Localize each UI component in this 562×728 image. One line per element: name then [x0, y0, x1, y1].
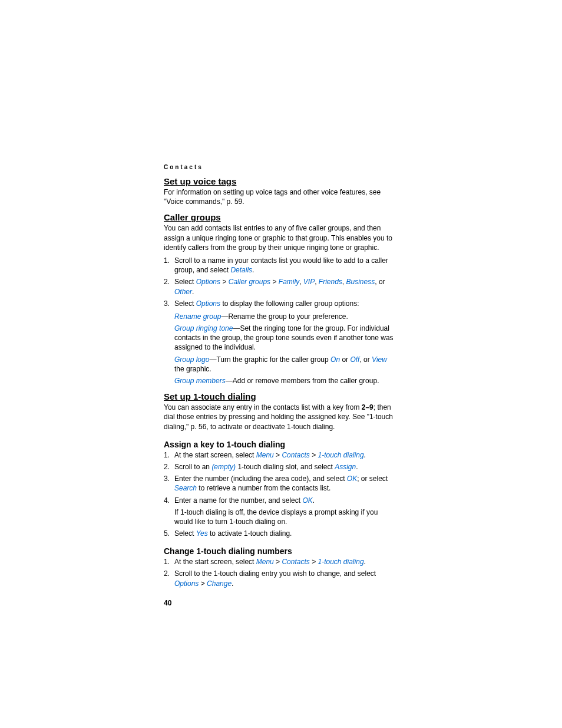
document-page: Contacts Set up voice tags For informati…	[0, 0, 562, 725]
link-contacts[interactable]: Contacts	[282, 451, 309, 459]
list-number: 2.	[164, 569, 170, 578]
list-item: 5. Select Yes to activate 1-touch dialin…	[164, 529, 397, 538]
heading-assign-key: Assign a key to 1-touch dialing	[164, 440, 397, 449]
logo-t1: —Turn the graphic for the caller group	[209, 355, 330, 364]
rename-text: —Rename the group to your preference.	[221, 312, 348, 321]
link-group-ringing-tone[interactable]: Group ringing tone	[174, 324, 233, 332]
list-number: 1.	[164, 256, 170, 265]
link-options[interactable]: Options	[196, 278, 220, 286]
link-ok[interactable]: OK	[347, 475, 357, 483]
a3-text3: to retrieve a number from the contacts l…	[197, 484, 330, 492]
step2-text: Select	[174, 278, 196, 286]
link-rename-group[interactable]: Rename group	[174, 312, 221, 321]
step3-tail: to display the following caller group op…	[220, 299, 359, 308]
heading-change-1touch: Change 1-touch dialing numbers	[164, 546, 397, 556]
a4-followup: If 1-touch dialing is off, the device di…	[174, 508, 397, 526]
step3-text: Select	[174, 299, 196, 308]
option-members: Group members—Add or remove members from…	[174, 376, 397, 386]
list-item: 2. Scroll to an (empty) 1-touch dialing …	[164, 462, 397, 472]
link-yes[interactable]: Yes	[196, 529, 208, 538]
link-empty[interactable]: (empty)	[211, 463, 236, 471]
step2-or: , or	[375, 278, 385, 286]
list-number: 5.	[164, 529, 170, 538]
a4-text: Enter a name for the number, and select	[174, 496, 302, 505]
logo-t3: , or	[359, 355, 372, 364]
list-number: 3.	[164, 299, 170, 308]
list-number: 2.	[164, 462, 170, 472]
a3-text: Enter the number (including the area cod…	[174, 475, 347, 483]
heading-1touch: Set up 1-touch dialing	[164, 391, 397, 401]
link-change[interactable]: Change	[207, 579, 232, 588]
para-caller-groups-intro: You can add contacts list entries to any…	[164, 223, 397, 252]
intro1: You can associate any entry in the conta…	[164, 403, 362, 411]
list-item: 1. At the start screen, select Menu > Co…	[164, 557, 397, 566]
list-item: 2. Select Options > Caller groups > Fami…	[164, 277, 397, 296]
list-number: 4.	[164, 496, 170, 505]
link-on[interactable]: On	[330, 355, 340, 364]
link-group-logo[interactable]: Group logo	[174, 355, 209, 364]
a3-text2: ; or select	[357, 475, 388, 483]
list-number: 1.	[164, 557, 170, 566]
link-friends[interactable]: Friends	[319, 278, 342, 286]
section-header: Contacts	[164, 164, 397, 170]
link-1touch-dialing[interactable]: 1-touch dialing	[318, 558, 364, 566]
link-1touch-dialing[interactable]: 1-touch dialing	[318, 451, 364, 459]
page-number: 40	[164, 599, 397, 607]
a5-text: Select	[174, 529, 196, 538]
a1-text: At the start screen, select	[174, 451, 256, 459]
link-caller-groups[interactable]: Caller groups	[229, 278, 270, 286]
a2-text: Scroll to an	[174, 463, 211, 471]
link-vip[interactable]: VIP	[303, 278, 315, 286]
link-family[interactable]: Family	[279, 278, 299, 286]
option-rename: Rename group—Rename the group to your pr…	[174, 312, 397, 321]
list-item: 4. Enter a name for the number, and sele…	[164, 496, 397, 527]
list-item: 1. Scroll to a name in your contacts lis…	[164, 256, 397, 275]
heading-voice-tags: Set up voice tags	[164, 176, 397, 186]
heading-caller-groups: Caller groups	[164, 212, 397, 222]
step1-text: Scroll to a name in your contacts list y…	[174, 256, 388, 274]
list-change-1touch: 1. At the start screen, select Menu > Co…	[164, 557, 397, 588]
link-business[interactable]: Business	[346, 278, 375, 286]
list-number: 3.	[164, 474, 170, 483]
link-menu[interactable]: Menu	[256, 451, 274, 459]
list-item: 3. Select Options to display the followi…	[164, 299, 397, 308]
link-options[interactable]: Options	[196, 299, 220, 308]
link-menu[interactable]: Menu	[256, 558, 274, 566]
link-assign[interactable]: Assign	[335, 463, 356, 471]
c2-text: Scroll to the 1-touch dialing entry you …	[174, 569, 376, 578]
list-number: 1.	[164, 450, 170, 460]
members-text: —Add or remove members from the caller g…	[226, 377, 379, 385]
para-1touch-intro: You can associate any entry in the conta…	[164, 403, 397, 431]
link-group-members[interactable]: Group members	[174, 377, 226, 385]
link-options[interactable]: Options	[174, 579, 199, 588]
link-contacts[interactable]: Contacts	[282, 558, 309, 566]
list-item: 3. Enter the number (including the area …	[164, 474, 397, 493]
a5-text2: to activate 1-touch dialing.	[208, 529, 292, 538]
c1-text: At the start screen, select	[174, 558, 256, 566]
link-search[interactable]: Search	[174, 484, 197, 492]
list-item: 1. At the start screen, select Menu > Co…	[164, 450, 397, 460]
option-logo: Group logo—Turn the graphic for the call…	[174, 355, 397, 374]
link-off[interactable]: Off	[350, 355, 359, 364]
link-view[interactable]: View	[372, 355, 387, 364]
logo-t2: or	[340, 355, 350, 364]
logo-t4: the graphic.	[174, 365, 211, 373]
link-ok[interactable]: OK	[302, 496, 312, 505]
link-other[interactable]: Other	[174, 288, 192, 296]
list-number: 2.	[164, 277, 170, 286]
option-ringtone: Group ringing tone—Set the ringing tone …	[174, 324, 397, 353]
keys-range: 2–9	[362, 403, 373, 411]
list-assign-key: 1. At the start screen, select Menu > Co…	[164, 450, 397, 539]
a2-text2: 1-touch dialing slot, and select	[236, 463, 335, 471]
list-caller-groups: 1. Scroll to a name in your contacts lis…	[164, 256, 397, 308]
link-details[interactable]: Details	[230, 266, 252, 274]
para-voice-tags: For information on setting up voice tags…	[164, 187, 397, 206]
list-item: 2. Scroll to the 1-touch dialing entry y…	[164, 569, 397, 588]
period: .	[252, 266, 254, 274]
